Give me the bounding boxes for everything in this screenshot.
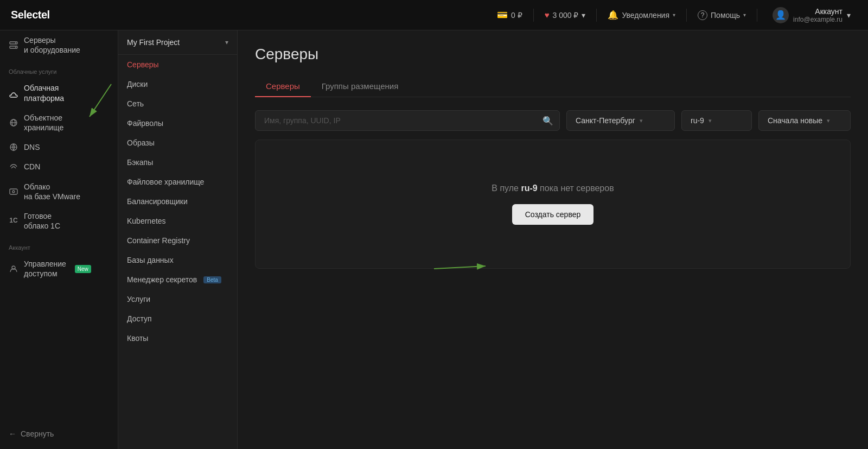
pool-chevron: ▾ xyxy=(709,117,712,124)
logo: Selectel xyxy=(11,9,50,21)
second-nav-item-access[interactable]: Доступ xyxy=(118,309,237,328)
second-nav-file-storage-label: Файловое хранилище xyxy=(127,178,204,186)
create-server-button[interactable]: Создать сервер xyxy=(512,204,594,225)
divider3 xyxy=(686,9,687,22)
card-icon: 💳 xyxy=(497,10,508,20)
svg-point-10 xyxy=(12,191,15,193)
svg-point-2 xyxy=(15,42,16,43)
account-email: info@example.ru xyxy=(793,16,843,23)
nav-item-1c[interactable]: 1С Готовоеоблако 1С xyxy=(0,206,118,236)
pool-selector[interactable]: ru-9 ▾ xyxy=(681,110,752,131)
second-nav-secrets-label: Менеджер секретов xyxy=(127,275,197,284)
second-nav-item-file-storage[interactable]: Файловое хранилище xyxy=(118,172,237,192)
tab-servers[interactable]: Серверы xyxy=(255,76,311,97)
second-nav-item-secrets[interactable]: Менеджер секретов Beta xyxy=(118,270,237,289)
collapse-label: Свернуть xyxy=(21,429,54,438)
second-nav-item-firewalls[interactable]: Файрволы xyxy=(118,113,237,133)
bonus-amount: 3 000 ₽ xyxy=(553,11,579,20)
bonus-item[interactable]: ♥ 3 000 ₽ ▾ xyxy=(538,7,592,23)
server-icon xyxy=(9,40,18,50)
tabs-bar: Серверы Группы размещения xyxy=(255,76,851,97)
second-nav-disks-label: Диски xyxy=(127,80,148,88)
svg-rect-9 xyxy=(10,189,17,194)
nav-1c-label: Готовоеоблако 1С xyxy=(24,211,60,231)
second-nav-item-databases[interactable]: Базы данных xyxy=(118,250,237,270)
nav-item-vmware[interactable]: Облакона базе VMware xyxy=(0,177,118,206)
project-name: My First Project xyxy=(127,38,180,47)
notifications-chevron: ▾ xyxy=(673,12,675,18)
search-box: 🔍 xyxy=(255,110,560,131)
nav-item-object-storage[interactable]: Объектноехранилище xyxy=(0,108,118,137)
second-nav: My First Project ▾ Серверы Диски Сеть Фа… xyxy=(118,30,238,449)
notifications-item[interactable]: 🔔 Уведомления ▾ xyxy=(601,7,682,23)
nav-item-cloud-platform[interactable]: Облачнаяплатформа xyxy=(0,78,118,107)
account-item[interactable]: 👤 Аккаунт info@example.ru ▾ xyxy=(766,4,857,27)
sort-value: Сначала новые xyxy=(768,116,822,125)
second-nav-balancers-label: Балансировщики xyxy=(127,197,188,206)
topbar: Selectel 💳 0 ₽ ♥ 3 000 ₽ ▾ 🔔 Уведомления… xyxy=(0,0,868,30)
project-chevron: ▾ xyxy=(225,39,228,46)
filters-row: 🔍 Санкт-Петербург ▾ ru-9 ▾ Сначала новые… xyxy=(255,110,851,131)
second-nav-item-kubernetes[interactable]: Kubernetes xyxy=(118,211,237,231)
second-nav-network-label: Сеть xyxy=(127,99,144,108)
second-nav-item-disks[interactable]: Диски xyxy=(118,74,237,94)
sort-selector[interactable]: Сначала новые ▾ xyxy=(758,110,851,131)
account-name: Аккаунт xyxy=(815,7,843,16)
object-storage-icon xyxy=(9,118,18,128)
nav-cdn-label: CDN xyxy=(24,162,40,172)
nav-access-label: Управлениедоступом xyxy=(24,259,66,279)
collapse-button[interactable]: ← Свернуть xyxy=(9,425,109,442)
nav-servers-label: Серверыи оборудование xyxy=(24,35,80,55)
search-icon[interactable]: 🔍 xyxy=(542,116,553,126)
cdn-icon xyxy=(9,162,18,172)
cloud-services-label: Облачные услуги xyxy=(0,60,118,78)
dns-icon xyxy=(9,142,18,152)
empty-state: В пуле ru-9 пока нет серверов Создать се… xyxy=(255,140,851,269)
second-nav-item-servers[interactable]: Серверы xyxy=(118,55,237,74)
cloud-platform-icon xyxy=(9,88,18,98)
city-chevron: ▾ xyxy=(640,117,643,124)
notifications-label: Уведомления xyxy=(622,11,669,20)
collapse-icon: ← xyxy=(9,429,16,438)
vmware-icon xyxy=(9,187,18,197)
nav-object-storage-label: Объектноехранилище xyxy=(24,113,63,132)
topbar-actions: 💳 0 ₽ ♥ 3 000 ₽ ▾ 🔔 Уведомления ▾ ? Помо… xyxy=(490,4,857,27)
pool-value: ru-9 xyxy=(691,116,704,125)
nav-dns-label: DNS xyxy=(24,142,40,152)
second-nav-item-backups[interactable]: Бэкапы xyxy=(118,153,237,172)
second-nav-container-registry-label: Container Registry xyxy=(127,236,190,245)
nav-item-servers-equipment[interactable]: Серверыи оборудование xyxy=(0,30,118,60)
page-title: Серверы xyxy=(255,46,851,63)
second-nav-kubernetes-label: Kubernetes xyxy=(127,217,166,225)
second-nav-item-balancers[interactable]: Балансировщики xyxy=(118,192,237,211)
project-selector[interactable]: My First Project ▾ xyxy=(118,30,237,55)
balance-item[interactable]: 💳 0 ₽ xyxy=(490,7,529,23)
second-nav-item-network[interactable]: Сеть xyxy=(118,94,237,113)
search-input[interactable] xyxy=(255,110,560,131)
second-nav-item-services[interactable]: Услуги xyxy=(118,289,237,309)
second-nav-item-quotas[interactable]: Квоты xyxy=(118,328,237,348)
content-area: Серверы Серверы Группы размещения 🔍 Санк… xyxy=(238,30,868,449)
beta-badge: Beta xyxy=(203,276,221,283)
help-item[interactable]: ? Помощь ▾ xyxy=(691,7,752,23)
city-selector[interactable]: Санкт-Петербург ▾ xyxy=(566,110,675,131)
nav-item-dns[interactable]: DNS xyxy=(0,137,118,157)
second-nav-item-images[interactable]: Образы xyxy=(118,133,237,153)
divider2 xyxy=(596,9,597,22)
nav-bottom: ← Свернуть xyxy=(0,419,118,449)
svg-point-3 xyxy=(15,47,16,48)
account-section-label: Аккаунт xyxy=(0,236,118,254)
city-value: Санкт-Петербург xyxy=(576,116,635,125)
second-nav-quotas-label: Квоты xyxy=(127,334,148,343)
help-chevron: ▾ xyxy=(743,12,746,18)
second-nav-databases-label: Базы данных xyxy=(127,256,174,264)
nav-vmware-label: Облакона базе VMware xyxy=(24,182,80,201)
nav-item-access[interactable]: Управлениедоступом New xyxy=(0,254,118,283)
nav-cloud-platform-label: Облачнаяплатформа xyxy=(24,83,64,103)
bonus-chevron: ▾ xyxy=(582,11,585,20)
nav-item-cdn[interactable]: CDN xyxy=(0,157,118,176)
divider4 xyxy=(757,9,757,22)
tab-placement-groups[interactable]: Группы размещения xyxy=(311,76,410,97)
help-label: Помощь xyxy=(711,11,740,20)
second-nav-item-container-registry[interactable]: Container Registry xyxy=(118,231,237,250)
